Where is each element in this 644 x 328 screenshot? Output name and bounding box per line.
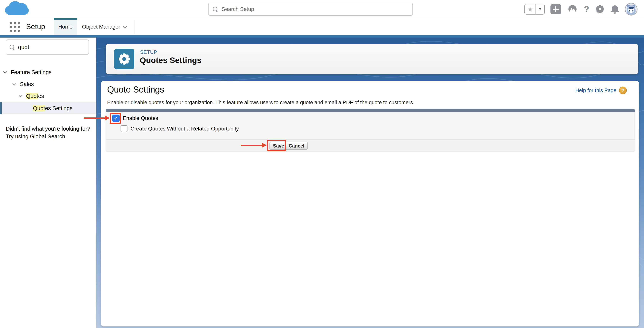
section-description: Enable or disable quotes for your organi… xyxy=(107,100,414,106)
tab-home-label: Home xyxy=(58,24,73,30)
app-name-label: Setup xyxy=(26,22,45,31)
tree-label: Feature Settings xyxy=(11,69,52,75)
cancel-button[interactable]: Cancel xyxy=(285,142,308,150)
salesforce-logo xyxy=(5,1,29,16)
tree-label: Sales xyxy=(20,81,34,87)
notifications-bell-icon[interactable] xyxy=(611,4,619,14)
create-quotes-row: Create Quotes Without a Related Opportun… xyxy=(120,125,239,132)
header-actions: ★ ▼ ? xyxy=(524,0,638,18)
chevron-down-icon[interactable] xyxy=(18,93,22,97)
chevron-down-icon[interactable] xyxy=(123,24,127,28)
nav-divider xyxy=(134,20,135,34)
setup-nav-bar: Setup Home Object Manager xyxy=(0,18,644,35)
tree-item-quotes-settings[interactable]: Quotes Settings xyxy=(0,102,96,114)
page-header-card: SETUP Quotes Settings xyxy=(106,44,638,74)
search-icon xyxy=(212,6,218,12)
tree-item-sales[interactable]: Sales xyxy=(0,78,96,90)
trailhead-icon[interactable] xyxy=(567,4,578,14)
tree-label: Quotes Settings xyxy=(33,105,72,111)
content-card: Quote Settings Help for this Page ? Enab… xyxy=(101,81,639,327)
favorites-caret-icon[interactable]: ▼ xyxy=(536,4,544,14)
gear-icon xyxy=(117,52,131,66)
tab-object-manager[interactable]: Object Manager xyxy=(77,18,124,35)
quote-settings-panel: ✓ Enable Quotes Create Quotes Without a … xyxy=(106,109,635,151)
sidebar-search-input[interactable] xyxy=(18,44,92,50)
panel-button-bar: Save Cancel xyxy=(106,139,635,151)
favorites-button[interactable]: ★ ▼ xyxy=(524,4,545,14)
tree-item-feature-settings[interactable]: Feature Settings xyxy=(0,66,96,78)
quick-create-icon[interactable] xyxy=(550,4,561,14)
global-header: ★ ▼ ? xyxy=(0,0,644,18)
help-badge-icon[interactable]: ? xyxy=(619,87,627,94)
search-icon xyxy=(9,44,15,50)
panel-header-bar xyxy=(106,109,635,112)
chevron-down-icon[interactable] xyxy=(3,70,7,74)
annotation-arrow-save xyxy=(241,145,262,146)
star-icon[interactable]: ★ xyxy=(525,4,536,14)
tree-label: Quotes xyxy=(26,93,44,99)
page-title: Quotes Settings xyxy=(140,56,202,65)
annotation-box-save xyxy=(267,140,286,151)
global-search-box[interactable] xyxy=(208,3,413,16)
brand-bar xyxy=(0,35,644,37)
tree-item-quotes[interactable]: Quotes xyxy=(0,90,96,102)
setup-sidebar: Feature Settings Sales Quotes Quotes Set… xyxy=(0,37,96,328)
enable-quotes-label: Enable Quotes xyxy=(123,115,158,121)
sidebar-not-found-text: Didn't find what you're looking for? Try… xyxy=(6,125,90,140)
tab-object-manager-label: Object Manager xyxy=(82,24,120,30)
create-quotes-checkbox[interactable] xyxy=(120,125,128,132)
create-quotes-label: Create Quotes Without a Related Opportun… xyxy=(130,126,239,132)
setup-gear-icon[interactable] xyxy=(595,4,605,14)
sidebar-search-box[interactable] xyxy=(6,39,89,55)
global-search-input[interactable] xyxy=(222,6,409,12)
section-heading: Quote Settings xyxy=(107,84,164,95)
salesforce-setup-app: ★ ▼ ? Setup Home xyxy=(0,0,644,328)
setup-icon-tile xyxy=(114,49,134,69)
tab-home[interactable]: Home xyxy=(54,18,77,35)
help-link[interactable]: Help for this Page xyxy=(575,87,616,93)
help-for-this-page[interactable]: Help for this Page ? xyxy=(575,87,627,94)
chevron-down-icon[interactable] xyxy=(12,82,16,85)
user-avatar[interactable] xyxy=(625,3,638,15)
app-launcher-icon[interactable] xyxy=(10,22,20,32)
annotation-box-enable-quotes xyxy=(110,113,121,124)
annotation-arrow-enable-quotes xyxy=(84,117,105,119)
help-icon[interactable]: ? xyxy=(584,4,589,14)
page-eyebrow: SETUP xyxy=(140,49,157,55)
